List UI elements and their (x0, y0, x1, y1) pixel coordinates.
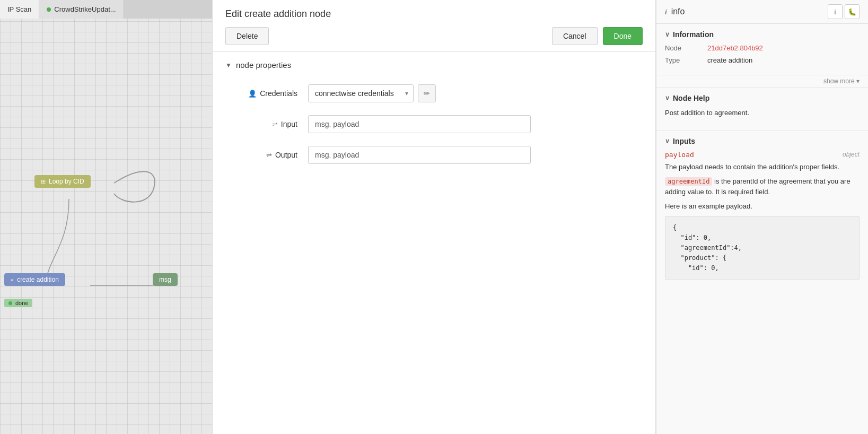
chevron-down-icon: ▼ (225, 62, 232, 69)
tab-crowdstrike[interactable]: CrowdStrikeUpdat... (39, 0, 124, 19)
action-icon: « (11, 276, 14, 283)
output-field[interactable] (308, 146, 531, 164)
shuffle-icon: ⇌ (272, 120, 278, 128)
info-section-header: ∨ Information (665, 30, 860, 39)
inputs-section: ∨ Inputs payload object The payload need… (656, 131, 868, 287)
node-msg[interactable]: msg (153, 273, 178, 286)
node-label: Node (665, 44, 707, 52)
chevron-icon-help: ∨ (665, 94, 670, 102)
info-panel: i info i 🐛 ∨ Information Node 21dd7eb2.8… (656, 0, 868, 434)
credentials-control-wrapper: connectwise credentials ▾ ✏ (308, 84, 436, 102)
info-tab-bug[interactable]: 🐛 (845, 4, 860, 19)
help-text: Post addition to agreement. (665, 108, 860, 118)
input-label: ⇌ Input (234, 120, 297, 128)
payload-row: payload object (665, 151, 860, 159)
tab-dot-green (47, 7, 51, 12)
node-help-header: ∨ Node Help (665, 94, 860, 102)
node-label: done (15, 300, 28, 306)
credentials-row: 👤 Credentials connectwise credentials ▾ … (234, 84, 634, 102)
node-label: Loop by CID (49, 178, 84, 185)
payload-type: object (843, 151, 860, 158)
output-label: ⇌ Output (234, 151, 297, 159)
form-body: 👤 Credentials connectwise credentials ▾ … (213, 76, 655, 172)
tab-bar: IP Scan CrowdStrikeUpdat... (0, 0, 212, 19)
tab-label: IP Scan (7, 5, 31, 13)
node-help-section: ∨ Node Help Post addition to agreement. (656, 88, 868, 131)
node-label: create addition (17, 276, 59, 283)
input-row: ⇌ Input (234, 115, 634, 133)
node-loop-by-cid[interactable]: ⊞ Loop by CID (34, 175, 91, 188)
info-tab-i[interactable]: i (828, 4, 843, 19)
section-label: node properties (236, 60, 291, 70)
loop-icon: ⊞ (41, 178, 46, 185)
node-create-addition[interactable]: « create addition (4, 273, 65, 286)
flow-canvas: IP Scan CrowdStrikeUpdat... ⊞ Loop by CI… (0, 0, 212, 434)
info-panel-title: i info (665, 7, 826, 16)
inputs-header: ∨ Inputs (665, 137, 860, 145)
example-label: Here is an example payload. (665, 201, 860, 212)
tab-label: CrowdStrikeUpdat... (54, 5, 116, 13)
type-info-row: Type create addition (665, 56, 860, 64)
canvas-connectors (0, 0, 212, 434)
payload-desc2: agreementId is the parentId of the agree… (665, 176, 860, 197)
output-row: ⇌ Output (234, 146, 634, 164)
type-label: Type (665, 56, 707, 64)
done-dot (8, 301, 12, 305)
shuffle-icon-output: ⇌ (266, 151, 272, 159)
show-more-link[interactable]: show more ▾ (656, 75, 868, 88)
node-value: 21dd7eb2.804b92 (707, 44, 763, 52)
tab-ip-scan[interactable]: IP Scan (0, 0, 39, 19)
edit-panel: Edit create addition node Delete Cancel … (212, 0, 656, 434)
edit-panel-header: Edit create addition node Delete Cancel … (213, 0, 655, 52)
information-section: ∨ Information Node 21dd7eb2.804b92 Type … (656, 24, 868, 75)
edit-panel-actions: Delete Cancel Done (225, 27, 643, 45)
inline-code: agreementId (665, 177, 712, 186)
chevron-icon-inputs: ∨ (665, 137, 670, 145)
edit-credentials-button[interactable]: ✏ (418, 84, 436, 102)
node-done[interactable]: done (4, 299, 32, 307)
info-letter-icon: i (835, 8, 836, 16)
input-field[interactable] (308, 115, 531, 133)
info-icon-small: i (665, 8, 667, 16)
credentials-label: 👤 Credentials (234, 89, 297, 98)
node-label: msg (159, 276, 171, 283)
info-panel-header: i info i 🐛 (656, 0, 868, 24)
node-info-row: Node 21dd7eb2.804b92 (665, 44, 860, 52)
payload-desc1: The payload needs to contain the additio… (665, 162, 860, 172)
edit-panel-title: Edit create addition node (225, 8, 643, 20)
delete-button[interactable]: Delete (225, 27, 269, 45)
type-value: create addition (707, 56, 752, 64)
bug-icon: 🐛 (848, 8, 856, 16)
credentials-select[interactable]: connectwise credentials (308, 84, 414, 102)
done-button[interactable]: Done (603, 27, 643, 45)
payload-label: payload (665, 151, 694, 159)
section-header: ▼ node properties (213, 52, 655, 76)
credentials-select-wrapper: connectwise credentials ▾ (308, 84, 414, 102)
pencil-icon: ✏ (424, 89, 430, 98)
chevron-icon: ∨ (665, 31, 670, 38)
cancel-button[interactable]: Cancel (552, 27, 598, 45)
code-block: { "id": 0, "agreementId":4, "product": {… (665, 216, 860, 281)
user-icon: 👤 (248, 90, 257, 98)
